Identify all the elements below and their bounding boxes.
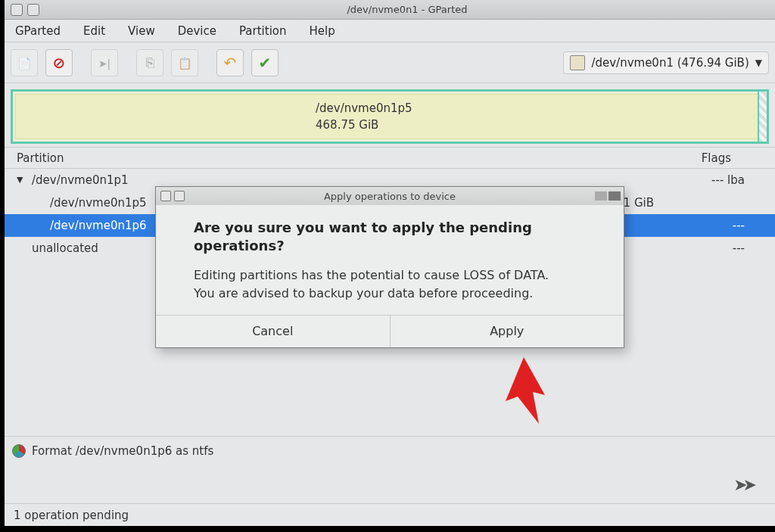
- menu-partition[interactable]: Partition: [235, 21, 291, 41]
- toolbar: ⊘ ↶ ✔ /dev/nvme0n1 (476.94 GiB) ▼: [5, 42, 775, 83]
- dialog-window-controls[interactable]: [595, 191, 624, 201]
- resize-icon: [98, 54, 110, 70]
- copy-button[interactable]: [136, 49, 163, 76]
- new-partition-button[interactable]: [11, 49, 38, 76]
- window-titlebar: /dev/nvme0n1 - GParted: [5, 0, 775, 20]
- pending-operation-text: Format /dev/nvme0n1p6 as ntfs: [32, 444, 213, 458]
- undo-button[interactable]: ↶: [216, 49, 244, 76]
- copy-icon: [146, 54, 154, 70]
- paste-icon: [178, 54, 192, 70]
- dialog-title: Apply operations to device: [185, 191, 595, 202]
- dialog-titlebar[interactable]: Apply operations to device: [156, 187, 624, 205]
- apply-icon: ✔: [259, 54, 272, 72]
- device-selector-label: /dev/nvme0n1 (476.94 GiB): [591, 56, 749, 70]
- column-flags[interactable]: Flags: [702, 151, 731, 165]
- delete-icon: ⊘: [53, 54, 66, 72]
- app-icon-2: [27, 4, 39, 16]
- partition-graphic[interactable]: /dev/nvme0n1p5 468.75 GiB: [11, 89, 769, 144]
- app-icon-2: [174, 191, 185, 201]
- cursor-icon: ➤➤: [733, 475, 752, 494]
- menu-edit[interactable]: Edit: [79, 21, 110, 41]
- device-selector[interactable]: /dev/nvme0n1 (476.94 GiB) ▼: [563, 51, 769, 74]
- pending-operations-panel: Format /dev/nvme0n1p6 as ntfs: [5, 436, 775, 503]
- app-icon: [11, 4, 23, 16]
- menu-view[interactable]: View: [123, 21, 160, 41]
- format-icon: [12, 444, 26, 458]
- menubar: GParted Edit View Device Partition Help: [5, 20, 775, 42]
- statusbar-text: 1 operation pending: [14, 509, 129, 522]
- partition-table-header: Partition Flags: [5, 148, 775, 169]
- paste-button[interactable]: [171, 49, 198, 76]
- apply-confirm-button[interactable]: Apply: [390, 316, 624, 347]
- cancel-button[interactable]: Cancel: [156, 316, 390, 347]
- chevron-down-icon: ▼: [755, 58, 762, 68]
- menu-help[interactable]: Help: [305, 21, 340, 41]
- dialog-message: Editing partitions has the potential to …: [194, 266, 602, 303]
- app-icon: [160, 191, 171, 201]
- window-title: /dev/nvme0n1 - GParted: [39, 4, 775, 15]
- resize-move-button[interactable]: [91, 49, 118, 76]
- apply-button[interactable]: ✔: [251, 49, 279, 76]
- undo-icon: ↶: [224, 54, 237, 72]
- menu-gparted[interactable]: GParted: [11, 21, 65, 41]
- menu-device[interactable]: Device: [173, 21, 221, 41]
- statusbar: 1 operation pending: [5, 503, 775, 526]
- partition-graphic-label: /dev/nvme0n1p5 468.75 GiB: [13, 100, 412, 134]
- delete-partition-button[interactable]: ⊘: [45, 49, 73, 76]
- dialog-heading: Are you sure you want to apply the pendi…: [194, 219, 602, 256]
- new-icon: [17, 54, 32, 70]
- confirm-dialog: Apply operations to device Are you sure …: [155, 186, 624, 348]
- disk-icon: [570, 55, 585, 70]
- column-partition[interactable]: Partition: [17, 151, 64, 165]
- partition-graphic-unallocated[interactable]: [758, 92, 767, 142]
